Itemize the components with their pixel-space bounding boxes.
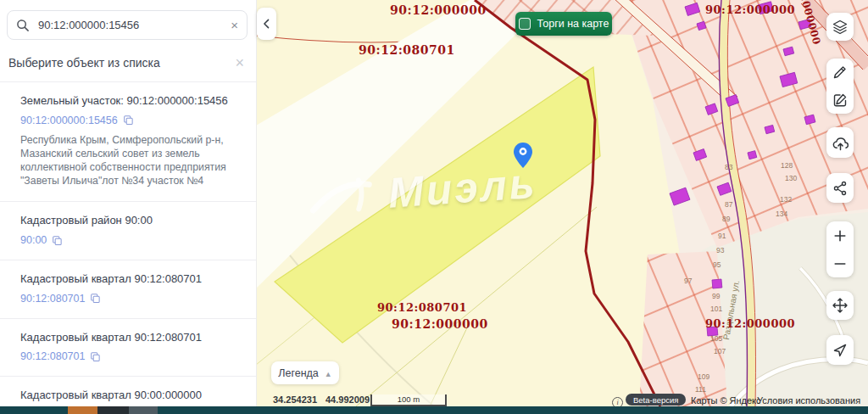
move-icon [832, 298, 848, 313]
trades-checkbox[interactable] [519, 18, 531, 30]
toolbar-group-layers [826, 13, 854, 41]
result-title: Земельный участок: 90:12:000000:15456 [20, 93, 239, 109]
cadastral-number-link[interactable]: 90:12:080701 [20, 293, 85, 305]
beta-badge: Beta-версия [626, 394, 686, 406]
legend-button[interactable]: Легенда ▲ [271, 361, 339, 384]
copy-icon[interactable] [90, 351, 101, 362]
results-list: Земельный участок: 90:12:000000:15456 90… [0, 81, 256, 414]
locate-button[interactable] [826, 337, 854, 364]
pencil-icon [832, 64, 848, 80]
trades-on-map-button[interactable]: Торги на карте [515, 12, 612, 36]
list-item: Кадастровый квартал 90:12:080701 90:12:0… [0, 319, 256, 378]
search-icon [16, 19, 30, 32]
edit-square-icon [832, 92, 848, 108]
zoom-in-button[interactable] [826, 222, 854, 249]
cadastral-number-link[interactable]: 90:00 [20, 234, 47, 246]
collapse-sidebar-button[interactable] [257, 8, 276, 40]
copy-icon[interactable] [52, 235, 63, 246]
coordinate-x: 34.254231 [273, 394, 317, 405]
result-title: Кадастровый квартал 90:00:000000 [20, 388, 239, 403]
coordinate-y: 44.992009 [326, 394, 370, 405]
edit-button[interactable] [826, 87, 854, 114]
copy-icon[interactable] [90, 293, 101, 304]
copy-icon[interactable] [123, 115, 134, 126]
layers-button[interactable] [826, 14, 854, 41]
map-attribution: Карты © Яндекс [691, 395, 761, 406]
terms-of-use-link[interactable]: Условия использования [757, 395, 860, 406]
close-results-icon[interactable]: × [235, 54, 244, 72]
clear-search-icon[interactable]: × [231, 19, 238, 31]
scale-bar: 100 m [370, 394, 447, 406]
sidebar: × Выберите объект из списка × Земельный … [0, 0, 257, 406]
upload-button[interactable] [826, 129, 854, 156]
zoom-out-button[interactable] [826, 250, 854, 277]
toolbar-group-locate [826, 335, 854, 365]
search-input[interactable] [36, 18, 224, 32]
cadastral-map-app: × Выберите объект из списка × Земельный … [0, 0, 868, 414]
legend-button-label: Легенда [278, 367, 319, 379]
toolbar-group-zoom [826, 221, 854, 277]
result-title: Кадастровый квартал 90:12:080701 [20, 330, 239, 345]
list-item: Кадастровый квартал 90:12:080701 90:12:0… [0, 260, 256, 319]
list-item: Кадастровый район 90:00 90:00 [0, 202, 256, 260]
pan-button[interactable] [826, 292, 854, 319]
navigation-arrow-icon [832, 343, 848, 358]
share-icon [832, 181, 848, 196]
measure-button[interactable] [826, 59, 854, 86]
scale-label: 100 m [398, 395, 420, 404]
toolbar-group-share [826, 173, 854, 203]
cloud-upload-icon [832, 135, 849, 151]
trades-button-label: Торги на карте [537, 18, 609, 30]
toolbar-group-draw [826, 59, 854, 114]
toolbar-group-pan [826, 291, 854, 320]
minus-icon [833, 257, 847, 271]
parcel-address: Республика Крым, Симферопольский р-н, Ма… [20, 134, 237, 188]
results-header: Выберите объект из списка [8, 56, 160, 70]
plus-icon [833, 229, 847, 243]
layers-icon [832, 20, 848, 35]
cadastral-number-link[interactable]: 90:12:080701 [20, 350, 85, 362]
cursor-coordinates: 34.254231 44.992009 [273, 394, 370, 405]
search-box: × [7, 10, 248, 40]
map-canvas[interactable]: Миэль Раздольная ул. 90:12:00000090:12:0… [256, 0, 868, 406]
result-title: Кадастровый квартал 90:12:080701 [20, 271, 239, 287]
toolbar-group-upload [826, 127, 854, 158]
bottom-edge-strip [0, 406, 868, 414]
map-pin[interactable] [514, 143, 532, 168]
cadastral-number-link[interactable]: 90:12:000000:15456 [20, 115, 118, 126]
share-button[interactable] [826, 175, 854, 202]
list-item: Земельный участок: 90:12:000000:15456 90… [0, 81, 256, 202]
chevron-left-icon [261, 18, 273, 30]
result-title: Кадастровый район 90:00 [20, 213, 239, 228]
chevron-up-icon: ▲ [325, 370, 332, 378]
